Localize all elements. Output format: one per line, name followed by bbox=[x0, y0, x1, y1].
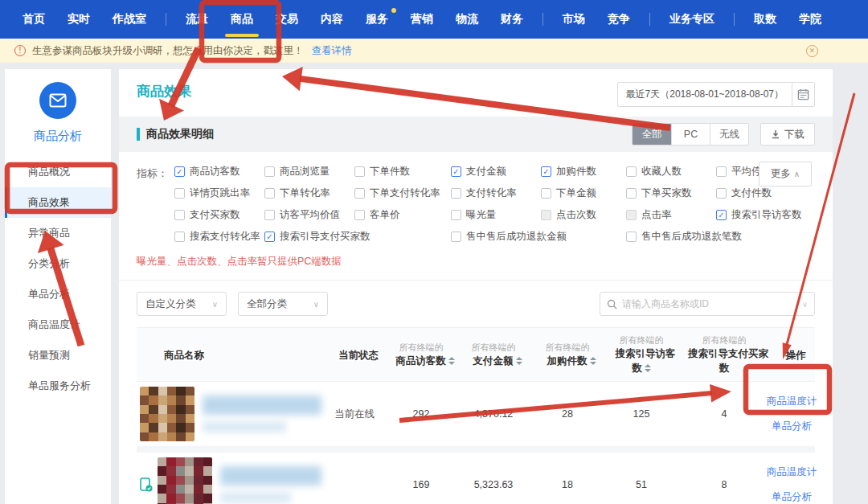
top-nav: 首页实时作战室流量商品交易内容服务营销物流财务市场竞争业务专区取数学院 bbox=[0, 0, 868, 39]
notice-text: 生意参谋商品板块升级小调研，想怎么用由你决定，戳这里！ bbox=[32, 44, 304, 58]
product-name-blurred[interactable] bbox=[220, 466, 321, 503]
indicator-checkbox-详情页跳出率[interactable]: 详情页跳出率 bbox=[174, 186, 264, 200]
nav-item-实时[interactable]: 实时 bbox=[56, 0, 101, 39]
nav-item-物流[interactable]: 物流 bbox=[444, 0, 489, 39]
indicator-label-text: 点击率 bbox=[641, 208, 672, 222]
product-thumbnail bbox=[158, 457, 212, 504]
nav-item-作战室[interactable]: 作战室 bbox=[101, 0, 158, 39]
nav-item-业务专区[interactable]: 业务专区 bbox=[658, 0, 726, 39]
indicator-label-text: 售中售后成功退款笔数 bbox=[641, 230, 742, 244]
column-header-sub: 所有终端的 bbox=[532, 342, 603, 353]
checkbox-icon bbox=[174, 232, 185, 242]
indicator-checkbox-售中售后成功退款金额[interactable]: 售中售后成功退款金额 bbox=[451, 230, 626, 244]
indicator-checkbox-支付件数[interactable]: 支付件数 bbox=[716, 186, 830, 200]
indicator-label-text: 加购件数 bbox=[556, 165, 596, 178]
sidebar-item-商品温度计[interactable]: 商品温度计 bbox=[5, 309, 111, 340]
checkbox-icon bbox=[264, 188, 275, 199]
indicator-checkbox-下单金额[interactable]: 下单金额 bbox=[541, 186, 626, 200]
nav-item-首页[interactable]: 首页 bbox=[11, 0, 56, 39]
sidebar-item-单品分析[interactable]: 单品分析 bbox=[5, 279, 111, 309]
indicator-checkbox-支付买家数[interactable]: 支付买家数 bbox=[174, 208, 264, 222]
indicator-checkbox-商品访客数[interactable]: ✓商品访客数 bbox=[174, 165, 264, 178]
nav-item-营销[interactable]: 营销 bbox=[399, 0, 444, 39]
checkbox-icon bbox=[716, 188, 727, 199]
action-link-单品分析[interactable]: 单品分析 bbox=[772, 490, 812, 504]
column-header-加购件数[interactable]: 所有终端的加购件数 bbox=[532, 342, 603, 367]
date-range-control: 最近7天（2018-08-01~2018-08-07） bbox=[617, 82, 815, 107]
search-input[interactable] bbox=[622, 298, 802, 309]
action-link-单品分析[interactable]: 单品分析 bbox=[772, 420, 812, 433]
nav-item-财务[interactable]: 财务 bbox=[489, 0, 534, 39]
payment-value: 5,323.63 bbox=[455, 479, 532, 490]
checkbox-icon bbox=[626, 188, 637, 199]
date-range-button[interactable]: 最近7天（2018-08-01~2018-08-07） bbox=[617, 82, 792, 107]
column-header-搜索引导访客数[interactable]: 所有终端的搜索引导访客数 bbox=[603, 334, 680, 375]
nav-item-流量[interactable]: 流量 bbox=[174, 0, 219, 39]
nav-item-交易[interactable]: 交易 bbox=[264, 0, 309, 39]
indicator-checkbox-搜索引导支付买家数[interactable]: ✓搜索引导支付买家数 bbox=[264, 230, 451, 244]
indicator-checkbox-售中售后成功退款笔数[interactable]: 售中售后成功退款笔数 bbox=[626, 230, 830, 244]
sort-icon[interactable] bbox=[516, 357, 522, 365]
nav-item-商品[interactable]: 商品 bbox=[219, 0, 264, 39]
nav-item-内容[interactable]: 内容 bbox=[309, 0, 354, 39]
indicator-checkbox-搜索引导访客数[interactable]: ✓搜索引导访客数 bbox=[716, 208, 830, 222]
column-header-商品访客数[interactable]: 所有终端的商品访客数 bbox=[387, 342, 455, 367]
indicator-checkbox-支付金额[interactable]: ✓支付金额 bbox=[451, 165, 541, 178]
chevron-down-icon: ∨ bbox=[313, 300, 319, 309]
indicator-checkbox-商品浏览量[interactable]: 商品浏览量 bbox=[264, 165, 354, 178]
tab-PC[interactable]: PC bbox=[671, 124, 710, 145]
column-header-sub: 所有终端的 bbox=[455, 342, 532, 353]
indicator-checkbox-收藏人数[interactable]: 收藏人数 bbox=[626, 165, 716, 178]
checkbox-icon bbox=[174, 210, 185, 220]
checkbox-icon bbox=[354, 210, 365, 220]
indicator-checkbox-点击率[interactable]: 点击率 bbox=[626, 208, 716, 222]
custom-category-dropdown[interactable]: 自定义分类∨ bbox=[137, 292, 227, 316]
indicator-checkbox-点击次数[interactable]: 点击次数 bbox=[541, 208, 626, 222]
tab-全部[interactable]: 全部 bbox=[633, 124, 671, 145]
notice-detail-link[interactable]: 查看详情 bbox=[312, 44, 352, 58]
nav-item-学院[interactable]: 学院 bbox=[788, 0, 833, 39]
download-button[interactable]: 下载 bbox=[760, 123, 815, 145]
download-icon bbox=[771, 129, 780, 139]
sidebar-item-单品服务分析[interactable]: 单品服务分析 bbox=[5, 371, 111, 401]
sort-icon[interactable] bbox=[645, 364, 651, 372]
product-name-blurred[interactable] bbox=[203, 395, 321, 432]
indicator-checkbox-曝光量[interactable]: 曝光量 bbox=[451, 208, 541, 222]
action-link-商品温度计[interactable]: 商品温度计 bbox=[767, 465, 817, 479]
tab-无线[interactable]: 无线 bbox=[710, 124, 748, 145]
main-panel: 商品效果 最近7天（2018-08-01~2018-08-07） 商品效果明细 … bbox=[119, 69, 833, 504]
sidebar-item-销量预测[interactable]: 销量预测 bbox=[5, 340, 111, 371]
indicator-checkbox-支付转化率[interactable]: 支付转化率 bbox=[451, 186, 541, 200]
checkbox-checked-icon: ✓ bbox=[451, 166, 461, 177]
indicator-checkbox-下单转化率[interactable]: 下单转化率 bbox=[264, 186, 354, 200]
sidebar-item-商品效果[interactable]: 商品效果 bbox=[5, 187, 111, 218]
sidebar-item-商品概况[interactable]: 商品概况 bbox=[5, 157, 111, 187]
column-header-支付金额[interactable]: 所有终端的支付金额 bbox=[455, 342, 532, 367]
indicator-checkbox-加购件数[interactable]: ✓加购件数 bbox=[541, 165, 626, 178]
nav-item-服务[interactable]: 服务 bbox=[354, 0, 399, 39]
indicator-checkbox-搜索支付转化率[interactable]: 搜索支付转化率 bbox=[174, 230, 264, 244]
sort-icon[interactable] bbox=[448, 357, 455, 365]
nav-item-市场[interactable]: 市场 bbox=[551, 0, 596, 39]
indicator-checkbox-下单买家数[interactable]: 下单买家数 bbox=[626, 186, 716, 200]
sort-icon[interactable] bbox=[590, 357, 596, 365]
calendar-icon[interactable] bbox=[792, 82, 815, 107]
all-category-dropdown[interactable]: 全部分类∨ bbox=[238, 292, 328, 316]
checkbox-icon bbox=[174, 188, 185, 199]
product-name-cell bbox=[137, 387, 321, 441]
more-button[interactable]: 更多∧ bbox=[759, 162, 812, 186]
indicator-checkbox-下单支付转化率[interactable]: 下单支付转化率 bbox=[354, 186, 451, 200]
sidebar-item-分类分析[interactable]: 分类分析 bbox=[5, 248, 111, 279]
nav-item-竞争[interactable]: 竞争 bbox=[596, 0, 641, 39]
sidebar-item-异常商品[interactable]: 异常商品 bbox=[5, 218, 111, 248]
indicator-label-text: 支付买家数 bbox=[190, 208, 240, 222]
action-link-商品温度计[interactable]: 商品温度计 bbox=[767, 395, 817, 408]
close-icon[interactable]: ✕ bbox=[806, 45, 818, 57]
indicator-checkbox-下单件数[interactable]: 下单件数 bbox=[354, 165, 451, 178]
nav-item-取数[interactable]: 取数 bbox=[743, 0, 788, 39]
indicator-label-text: 商品访客数 bbox=[190, 165, 240, 178]
chevron-down-icon: ∨ bbox=[212, 300, 218, 309]
indicator-checkbox-访客平均价值[interactable]: 访客平均价值 bbox=[264, 208, 354, 222]
column-header-sub: 所有终端的 bbox=[603, 334, 680, 346]
indicator-checkbox-客单价[interactable]: 客单价 bbox=[354, 208, 451, 222]
